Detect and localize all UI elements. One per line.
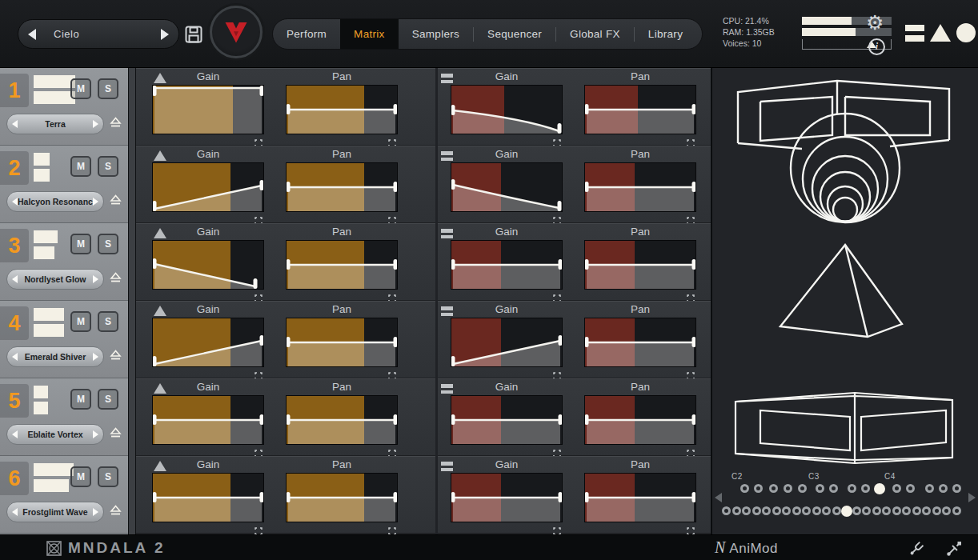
- left-gain-envelope[interactable]: [152, 318, 264, 367]
- sidebar-scrollbar[interactable]: [128, 68, 136, 534]
- right-pan-envelope[interactable]: [584, 240, 696, 290]
- preset-next-icon[interactable]: [161, 29, 169, 40]
- mndala-brand: MNDALA 2: [46, 539, 165, 557]
- right-gain-envelope[interactable]: [451, 318, 563, 367]
- eject-button[interactable]: [110, 117, 122, 131]
- right-pan-envelope[interactable]: [584, 85, 696, 134]
- waveform-bar: [34, 169, 50, 182]
- mute-button[interactable]: M: [70, 156, 91, 177]
- eject-button[interactable]: [110, 194, 122, 209]
- mntra-logo[interactable]: [210, 6, 263, 58]
- left-pan-envelope[interactable]: [286, 162, 398, 212]
- solo-button[interactable]: S: [98, 389, 118, 410]
- right-gain-envelope[interactable]: [451, 240, 563, 290]
- midi-cable-icon: [944, 539, 964, 558]
- slot-preset-next-icon[interactable]: [93, 508, 98, 516]
- right-pan-envelope[interactable]: [584, 395, 696, 445]
- waveform-bar: [34, 153, 50, 166]
- solo-button[interactable]: S: [98, 466, 118, 487]
- left-gain-envelope[interactable]: [152, 240, 264, 290]
- left-gain-envelope[interactable]: [152, 395, 264, 445]
- performance-stats: CPU: 21.4% RAM: 1.35GB Voices: 10: [723, 15, 775, 49]
- right-pan-envelope[interactable]: [584, 318, 696, 367]
- eject-button[interactable]: [110, 350, 122, 364]
- slot-preset-next-icon[interactable]: [93, 120, 98, 128]
- left-gain-envelope[interactable]: [152, 473, 264, 522]
- eject-button[interactable]: [110, 505, 122, 519]
- tab-perform[interactable]: Perform: [273, 19, 340, 49]
- plugin-window: Cielo PerformMatrixSamplersSequencerGlob…: [0, 0, 978, 560]
- mute-button[interactable]: M: [70, 466, 91, 487]
- solo-button[interactable]: S: [98, 234, 118, 254]
- tab-sequencer[interactable]: Sequencer: [474, 19, 555, 49]
- right-pan-envelope[interactable]: [584, 162, 696, 212]
- sampler-slot-1[interactable]: 1MSTerra: [0, 68, 128, 146]
- solo-button[interactable]: S: [98, 156, 118, 177]
- mute-button[interactable]: M: [70, 234, 91, 254]
- slot-preset-prev-icon[interactable]: [12, 353, 18, 361]
- slot-preset-next-icon[interactable]: [93, 198, 98, 206]
- left-gain-envelope[interactable]: [152, 162, 264, 212]
- white-key-dot: [892, 506, 901, 515]
- black-key-dot: [769, 484, 778, 493]
- info-button[interactable]: i: [868, 38, 885, 55]
- settings-button[interactable]: ⚙: [866, 13, 884, 33]
- circle-logo-icon: [956, 23, 976, 42]
- tab-library[interactable]: Library: [635, 19, 696, 49]
- right-gain-envelope[interactable]: [451, 85, 563, 134]
- left-pan-envelope[interactable]: [286, 85, 398, 134]
- solo-button[interactable]: S: [98, 311, 118, 332]
- tab-matrix[interactable]: Matrix: [340, 19, 399, 49]
- sampler-slot-4[interactable]: 4MSEmerald Shiver: [0, 301, 128, 378]
- save-button[interactable]: [185, 26, 202, 43]
- matrix-group-divider: [435, 68, 438, 534]
- slot-preset-prev-icon[interactable]: [12, 198, 18, 206]
- menu-bars-icon: [441, 74, 453, 86]
- preset-prev-icon[interactable]: [28, 29, 36, 40]
- sampler-slot-2[interactable]: 2MSHalcyon Resonance: [0, 146, 128, 223]
- right-pan-envelope[interactable]: [584, 473, 696, 522]
- slot-preset-selector[interactable]: Halcyon Resonance: [6, 191, 104, 212]
- left-pan-envelope[interactable]: [286, 240, 398, 290]
- slot-preset-name: Frostglimt Wave: [18, 507, 93, 517]
- slot-preset-prev-icon[interactable]: [12, 430, 18, 438]
- right-gain-envelope[interactable]: [451, 473, 563, 522]
- left-pan-envelope[interactable]: [286, 318, 398, 367]
- slot-preset-next-icon[interactable]: [93, 430, 98, 438]
- slot-preset-prev-icon[interactable]: [12, 275, 18, 283]
- preset-name[interactable]: Cielo: [54, 28, 79, 40]
- tab-global-fx[interactable]: Global FX: [556, 19, 634, 49]
- right-gain-envelope[interactable]: [451, 162, 563, 212]
- slot-preset-next-icon[interactable]: [93, 275, 98, 283]
- sampler-slot-3[interactable]: 3MSNordlyset Glow: [0, 223, 128, 301]
- mute-button[interactable]: M: [70, 78, 91, 99]
- tuning-fork-button[interactable]: [907, 539, 926, 560]
- keyboard-scroll-left-icon[interactable]: [715, 493, 722, 502]
- solo-button[interactable]: S: [98, 78, 118, 99]
- tab-samplers[interactable]: Samplers: [399, 19, 473, 49]
- black-key-dot: [906, 484, 915, 493]
- slot-preset-selector[interactable]: Eblaite Vortex: [6, 424, 104, 445]
- slot-preset-prev-icon[interactable]: [12, 508, 18, 516]
- sampler-slot-5[interactable]: 5MSEblaite Vortex: [0, 378, 128, 456]
- slot-preset-selector[interactable]: Emerald Shiver: [6, 346, 104, 367]
- eject-button[interactable]: [110, 272, 122, 286]
- slot-preset-next-icon[interactable]: [93, 353, 98, 361]
- keyboard-scroll-right-icon[interactable]: [968, 493, 976, 502]
- right-gain-envelope[interactable]: [451, 395, 563, 445]
- slot-preset-selector[interactable]: Nordlyset Glow: [6, 269, 104, 290]
- left-gain-envelope[interactable]: [152, 85, 264, 134]
- left-pan-envelope[interactable]: [286, 473, 398, 522]
- left-pan-envelope[interactable]: [286, 395, 398, 445]
- midi-cable-button[interactable]: [944, 539, 964, 560]
- white-key-dot: [872, 506, 881, 515]
- slot-preset-selector[interactable]: Terra: [6, 114, 104, 134]
- eject-button[interactable]: [110, 427, 122, 442]
- mute-button[interactable]: M: [70, 389, 91, 410]
- sampler-slot-6[interactable]: 6MSFrostglimt Wave: [0, 456, 128, 534]
- vortex-shape-icon: [738, 81, 949, 222]
- slot-preset-selector[interactable]: Frostglimt Wave: [6, 502, 104, 522]
- slot-preset-prev-icon[interactable]: [12, 120, 18, 128]
- mute-button[interactable]: M: [70, 311, 91, 332]
- info-icon: i: [876, 41, 878, 52]
